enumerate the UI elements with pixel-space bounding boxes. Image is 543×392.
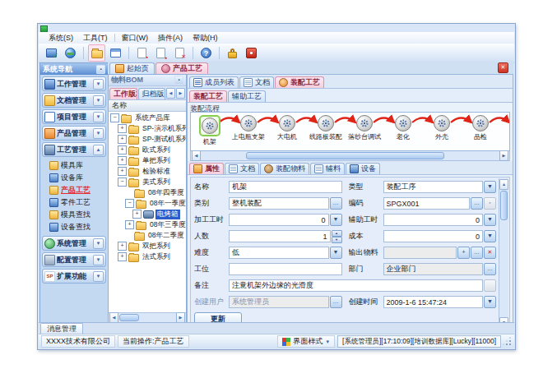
window-manage-button[interactable] bbox=[107, 44, 124, 62]
tab-assembly-process[interactable]: 装配工艺 bbox=[189, 90, 227, 102]
tree-node[interactable]: −系统产品库 bbox=[109, 113, 186, 123]
tree-node[interactable]: +SP-演示机系列 bbox=[109, 123, 186, 134]
menu-item[interactable]: 插件(A) bbox=[153, 33, 188, 44]
menu-item[interactable]: 系统(S) bbox=[44, 33, 78, 44]
work-hours-dropdown-icon[interactable]: ▼ bbox=[330, 214, 342, 226]
flow-node[interactable]: 品检 bbox=[462, 115, 499, 141]
chevron-down-icon[interactable]: ▼ bbox=[93, 112, 104, 122]
tree-node[interactable]: +SP-测试机系列 bbox=[109, 134, 186, 145]
chevron-up-icon[interactable]: ▲ bbox=[93, 145, 104, 155]
department-input[interactable]: 企业部门 bbox=[383, 263, 484, 275]
create-time-dropdown-icon[interactable]: ▼ bbox=[484, 296, 496, 308]
system-monitor-button[interactable] bbox=[43, 44, 60, 62]
name-input[interactable]: 机架 bbox=[229, 181, 342, 193]
flow-node[interactable]: 上电瓶支架 bbox=[230, 115, 267, 141]
tree-node[interactable]: +双把系列 bbox=[109, 241, 186, 251]
scroll-up-icon[interactable]: ▲ bbox=[499, 179, 508, 190]
sidebar-group-config-management[interactable]: 配置管理▼ bbox=[42, 252, 106, 267]
menu-item[interactable]: 窗口(W) bbox=[117, 33, 154, 44]
report-close-button[interactable] bbox=[171, 44, 188, 62]
menu-item[interactable]: 帮助(H) bbox=[188, 33, 223, 44]
chevron-down-icon[interactable]: ▼ bbox=[93, 79, 104, 90]
scroll-right-icon[interactable]: ▶ bbox=[499, 150, 508, 161]
expand-icon[interactable]: + bbox=[125, 220, 134, 229]
expand-icon[interactable]: + bbox=[118, 145, 127, 154]
tab-product-process[interactable]: 产品工艺 bbox=[155, 62, 208, 74]
chevron-down-icon[interactable]: ▼ bbox=[93, 95, 104, 106]
tab-devices[interactable]: 设备 bbox=[346, 163, 380, 174]
expand-icon[interactable]: + bbox=[118, 252, 127, 261]
output-material-clear-button[interactable]: ✕ bbox=[484, 247, 496, 259]
tree-node[interactable]: −美式系列 bbox=[109, 177, 186, 187]
expand-icon[interactable]: + bbox=[118, 167, 127, 176]
message-tab[interactable]: 消息管理 bbox=[40, 323, 83, 334]
sidebar-group-work-management[interactable]: 工作管理▼ bbox=[42, 76, 106, 91]
scroll-left-icon[interactable]: ◀ bbox=[192, 150, 201, 161]
expand-icon[interactable]: + bbox=[118, 135, 127, 144]
expand-icon[interactable]: + bbox=[118, 242, 127, 251]
type-input[interactable]: 装配工序 bbox=[383, 181, 484, 193]
tree-node[interactable]: +检验标准 bbox=[109, 166, 186, 177]
flow-node[interactable]: 落纱台调试 bbox=[346, 115, 383, 141]
sidebar-item-device-library[interactable]: 设备库 bbox=[45, 172, 106, 183]
sidebar-group-process-management[interactable]: 工艺管理▲ bbox=[42, 142, 106, 157]
sidebar-item-product-process[interactable]: 产品工艺 bbox=[45, 184, 106, 196]
chevron-down-icon[interactable]: ▼ bbox=[93, 271, 104, 282]
tree-node[interactable]: +电烤箱 bbox=[109, 209, 186, 219]
chevron-down-icon[interactable]: ▼ bbox=[93, 128, 104, 139]
remark-expand-button[interactable] bbox=[484, 279, 496, 292]
aux-hours-input[interactable]: 0 bbox=[383, 214, 484, 226]
sidebar-group-document-management[interactable]: 文档管理▼ bbox=[42, 93, 106, 108]
flow-node[interactable]: 老化 bbox=[384, 115, 422, 141]
category-input[interactable]: 整机装配 bbox=[229, 197, 329, 210]
tab-auxiliary-process[interactable]: 辅助工艺 bbox=[228, 90, 266, 102]
type-dropdown-icon[interactable]: ▼ bbox=[484, 181, 496, 193]
tab-scroll-left-icon[interactable]: ◀ bbox=[166, 88, 175, 99]
help-button[interactable]: ? bbox=[197, 44, 215, 62]
ui-style-dropdown[interactable]: 界面样式 ▼ bbox=[277, 335, 335, 348]
tree-node[interactable]: 08年二季度 bbox=[109, 230, 186, 241]
spin-up-icon[interactable]: ▲ bbox=[332, 230, 342, 237]
create-time-input[interactable]: 2009-1-6 15:47:24 bbox=[383, 296, 484, 308]
chevron-down-icon[interactable]: ▼ bbox=[93, 238, 104, 249]
collapse-icon[interactable]: − bbox=[118, 178, 127, 187]
tab-scroll-right-icon[interactable]: ▶ bbox=[176, 88, 185, 99]
cost-input[interactable]: 0 bbox=[383, 230, 484, 242]
tab-member-list[interactable]: 成员列表 bbox=[189, 76, 239, 88]
report-new-button[interactable] bbox=[133, 44, 151, 62]
department-ellipsis-button[interactable]: … bbox=[484, 263, 496, 275]
tree-node[interactable]: +单把系列 bbox=[109, 155, 186, 166]
tab-start-page[interactable]: 起始页 bbox=[109, 62, 155, 74]
menu-item[interactable]: 工具(T) bbox=[78, 33, 113, 44]
creator-ellipsis-button[interactable]: … bbox=[330, 296, 342, 308]
collapse-icon[interactable]: − bbox=[110, 113, 119, 122]
scroll-thumb[interactable] bbox=[500, 191, 508, 220]
sidebar-group-project-management[interactable]: 项目管理▼ bbox=[42, 109, 106, 124]
tab-assembly-materials[interactable]: 装配物料 bbox=[260, 163, 309, 174]
globe-button[interactable] bbox=[62, 44, 79, 62]
sidebar-item-mold-search[interactable]: 模具查找 bbox=[45, 209, 106, 220]
tree-node[interactable]: −08年一季度 bbox=[109, 198, 186, 209]
exit-button[interactable] bbox=[243, 44, 260, 62]
flow-node[interactable]: 线路板装配 bbox=[307, 115, 345, 141]
cost-dropdown-icon[interactable]: ▼ bbox=[484, 230, 496, 242]
code-input[interactable]: SPGX001 bbox=[383, 197, 471, 210]
flow-node[interactable]: 机架 bbox=[191, 115, 229, 146]
creator-input[interactable]: 系统管理员 bbox=[229, 296, 329, 308]
chevron-down-icon[interactable]: ▼ bbox=[93, 255, 104, 265]
lock-button[interactable] bbox=[224, 44, 241, 62]
tab-documents[interactable]: 文档 bbox=[239, 76, 274, 88]
tab-properties[interactable]: 属性 bbox=[189, 163, 224, 174]
sidebar-group-system-management[interactable]: 系统管理▼ bbox=[42, 236, 106, 251]
people-count-input[interactable]: 1 bbox=[229, 230, 331, 242]
output-material-add-button[interactable]: + bbox=[457, 247, 470, 259]
pin-icon[interactable]: ▪ bbox=[174, 76, 183, 85]
close-document-icon[interactable]: ✕ bbox=[498, 62, 508, 73]
tree-node[interactable]: 08年四季度 bbox=[109, 187, 186, 198]
output-material-ellipsis-button[interactable]: … bbox=[471, 247, 483, 259]
code-extra-button[interactable]: ▫ bbox=[484, 197, 496, 210]
expand-icon[interactable]: + bbox=[118, 156, 127, 165]
sidebar-item-part-process[interactable]: 零件工艺 bbox=[45, 196, 106, 208]
difficulty-dropdown-icon[interactable]: ▼ bbox=[330, 247, 342, 259]
expand-icon[interactable]: + bbox=[132, 210, 142, 219]
